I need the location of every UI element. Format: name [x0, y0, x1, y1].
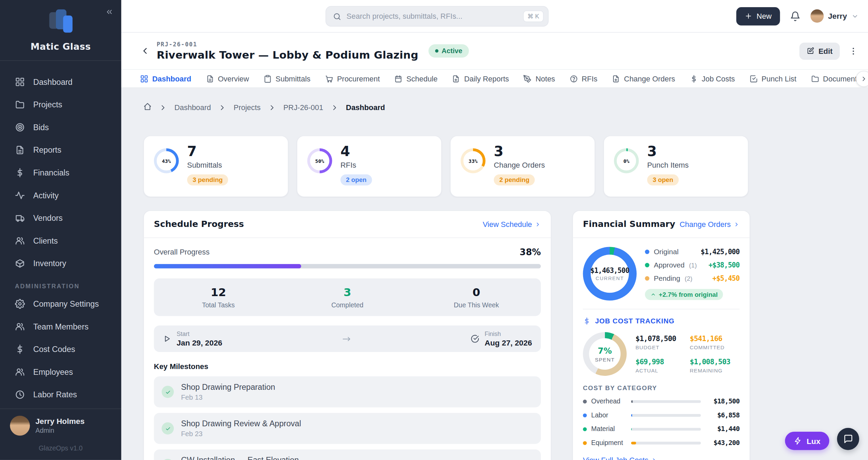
spent-label: SPENT [595, 356, 615, 362]
chevrons-left-icon [105, 8, 113, 16]
sidebar-item-dashboard[interactable]: Dashboard [0, 70, 121, 93]
category-label: Equipment [591, 439, 627, 447]
sidebar-collapse-button[interactable] [105, 8, 113, 16]
schedule-progress-panel: Schedule Progress View Schedule Overall … [143, 210, 551, 460]
tab-job-costs[interactable]: Job Costs [689, 74, 735, 82]
breadcrumb-item[interactable]: PRJ-26-001 [283, 103, 323, 111]
sidebar-item-labor-rates[interactable]: Labor Rates [0, 383, 121, 406]
breadcrumb-chevron-icon [331, 103, 339, 111]
tab-procurement[interactable]: Procurement [325, 74, 380, 82]
project-title-block: PRJ-26-001 Riverwalk Tower — Lobby & Pod… [157, 41, 418, 61]
milestone-row: CW Installation — East ElevationMar 7 [154, 449, 541, 460]
lux-assistant-button[interactable]: Lux [785, 432, 829, 450]
activity-icon [15, 190, 25, 200]
tab-label: Submittals [276, 74, 310, 82]
sidebar-item-clients[interactable]: Clients [0, 229, 121, 252]
cost-by-category-label: COST BY CATEGORY [583, 385, 740, 391]
tab-punch-list[interactable]: Punch List [749, 74, 796, 82]
brand-logo [47, 9, 74, 35]
category-bar [631, 428, 701, 430]
sidebar-item-team-members[interactable]: Team Members [0, 315, 121, 338]
more-options-button[interactable] [849, 46, 858, 56]
stat-value: 3 [647, 144, 689, 158]
chevron-right-icon [651, 457, 657, 460]
milestone-date: Feb 23 [181, 430, 301, 438]
view-schedule-link[interactable]: View Schedule [483, 220, 541, 228]
breadcrumb-item[interactable]: Dashboard [174, 103, 211, 111]
milestone-row: Shop Drawing PreparationFeb 13 [154, 377, 541, 408]
stat-badge: 3 pending [187, 174, 228, 185]
stat-card-change-orders[interactable]: 33%3Change Orders2 pending [450, 136, 595, 197]
overall-progress-fill [154, 264, 301, 269]
view-full-job-costs-label: View Full Job Costs [583, 456, 648, 460]
tab-change-orders[interactable]: Change Orders [612, 74, 675, 82]
change-orders-link[interactable]: Change Orders [680, 220, 740, 228]
message-bubble-icon [843, 434, 853, 444]
tab-overview[interactable]: Overview [205, 74, 249, 82]
sidebar-item-projects[interactable]: Projects [0, 93, 121, 116]
pen-icon [523, 74, 532, 82]
sidebar-item-vendors[interactable]: Vendors [0, 206, 121, 229]
sidebar-item-bids[interactable]: Bids [0, 116, 121, 138]
category-dot [583, 399, 587, 403]
tab-documents[interactable]: Documents [811, 74, 861, 82]
sidebar-item-label: Financials [33, 168, 69, 177]
stat-card-rfis[interactable]: 50%4RFIs2 open [297, 136, 442, 197]
tab-daily-reports[interactable]: Daily Reports [452, 74, 509, 82]
breadcrumb-separator [331, 103, 339, 111]
tabs-scroll-right-button[interactable] [856, 71, 868, 87]
tab-rfis[interactable]: RFIs [569, 74, 597, 82]
job-cost-heading-label: JOB COST TRACKING [595, 317, 674, 325]
stat-ring-chart: 0% [614, 148, 639, 173]
category-bar-fill [631, 441, 636, 444]
sidebar-item-label: Inventory [33, 259, 66, 267]
sidebar-item-reports[interactable]: Reports [0, 138, 121, 161]
search-input[interactable] [347, 12, 523, 20]
back-button[interactable] [140, 46, 150, 56]
notifications-button[interactable] [790, 11, 801, 21]
breadcrumb-home[interactable] [143, 103, 152, 112]
category-value: $43,200 [705, 439, 740, 447]
view-schedule-label: View Schedule [483, 220, 532, 228]
global-search[interactable]: ⌘ K [325, 6, 549, 27]
sidebar-user[interactable]: Jerry Holmes Admin [0, 409, 121, 440]
sidebar-item-company-settings[interactable]: Company Settings [0, 292, 121, 315]
key-milestones-label: Key Milestones [154, 363, 541, 371]
lux-button-label: Lux [807, 436, 820, 445]
contract-donut-chart: $1,463,500 CURRENT [583, 247, 637, 301]
grid-icon [140, 74, 148, 82]
legend-dot [645, 249, 649, 254]
tab-dashboard[interactable]: Dashboard [140, 74, 191, 82]
category-bar-fill [631, 400, 633, 403]
sidebar-item-financials[interactable]: Financials [0, 161, 121, 184]
tab-label: Documents [823, 74, 861, 82]
stat-card-punch-items[interactable]: 0%3Punch Items3 open [604, 136, 749, 197]
breadcrumb-item[interactable]: Projects [234, 103, 261, 111]
stat-card-submittals[interactable]: 43%7Submittals3 pending [143, 136, 289, 197]
edit-button[interactable]: Edit [799, 42, 840, 59]
chevron-right-icon [733, 221, 740, 227]
sidebar-item-cost-codes[interactable]: Cost Codes [0, 338, 121, 361]
tab-label: Job Costs [702, 74, 735, 82]
job-cost-stat-value: $1,008,503 [690, 357, 740, 366]
sidebar-item-activity[interactable]: Activity [0, 184, 121, 206]
sidebar-item-inventory[interactable]: Inventory [0, 252, 121, 275]
view-full-job-costs-link[interactable]: View Full Job Costs [583, 456, 740, 460]
tab-label: Overview [218, 74, 249, 82]
job-cost-stat-remaining: $1,008,503REMAINING [690, 357, 740, 373]
project-header: PRJ-26-001 Riverwalk Tower — Lobby & Pod… [121, 33, 868, 70]
folder-icon [15, 99, 25, 109]
new-button[interactable]: New [736, 7, 780, 25]
tab-schedule[interactable]: Schedule [394, 74, 438, 82]
chat-button[interactable] [837, 428, 859, 450]
milestone-check-icon [165, 425, 171, 431]
sidebar-item-employees[interactable]: Employees [0, 360, 121, 383]
tab-notes[interactable]: Notes [523, 74, 555, 82]
start-date: Jan 29, 2026 [177, 338, 222, 347]
sidebar-admin-nav: Company SettingsTeam MembersCost CodesEm… [0, 292, 121, 406]
tab-submittals[interactable]: Submittals [263, 74, 310, 82]
grid-icon [15, 77, 25, 87]
topbar-avatar [810, 10, 824, 23]
change-orders-label: Change Orders [680, 220, 731, 228]
user-menu[interactable]: Jerry [810, 10, 859, 23]
